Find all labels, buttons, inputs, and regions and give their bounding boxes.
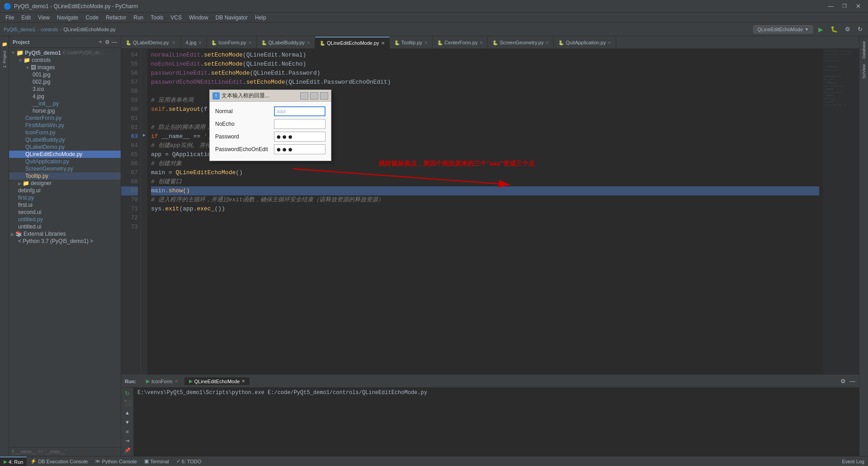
minimize-button[interactable]: — [825,1,837,12]
tree-item-qlineeditechomode[interactable]: QLineEditEchoMode.py [9,151,121,158]
breadcrumb-file[interactable]: QLineEditEchoMode.py [63,27,116,32]
dialog-input-passwordechoon[interactable]: ●●● [274,144,326,154]
menu-refactor[interactable]: Refactor [102,14,130,22]
filter-button[interactable]: ≡ [123,428,132,435]
tab-close-4jpg[interactable]: ✕ [198,40,202,45]
dialog-input-password[interactable]: ●●● [274,132,326,142]
tree-item-horsejpg[interactable]: horse.jpg [9,107,121,114]
dialog-close-button[interactable]: ✕ [320,92,328,100]
tree-item-001jpg[interactable]: 001.jpg [9,71,121,78]
breadcrumb-root[interactable]: PyQt5_demo1 [4,27,35,32]
bottom-tool-python-console[interactable]: ≫ Python Console [91,456,141,466]
dialog-input-noecho[interactable] [274,119,326,129]
reload-button[interactable]: ↻ [856,25,864,33]
code-editor[interactable]: 54 55 56 57 58 59 60 61 62 63 64 65 66 6… [121,49,859,375]
event-log-button[interactable]: Event Log [838,456,868,466]
menu-dbnavigator[interactable]: DB Navigator [212,14,251,22]
tree-item-centerform[interactable]: CenterForm.py [9,114,121,122]
rerun-button[interactable]: ↻ [123,390,132,397]
tree-item-quitapplication[interactable]: QuitApplication.py [9,158,121,165]
menu-vcs[interactable]: VCS [167,14,185,22]
menu-view[interactable]: View [34,14,53,22]
tree-item-4jpg[interactable]: 4.jpg [9,93,121,100]
run-config-selector[interactable]: QLineEditEchoMode ▼ [753,25,813,33]
tab-close-centerform[interactable]: ✕ [479,40,483,45]
run-minimize-icon[interactable]: — [849,378,855,385]
menu-run[interactable]: Run [130,14,147,22]
minimize-panel-icon[interactable]: — [112,39,117,45]
tab-close-qlabeldemo[interactable]: ✕ [171,40,176,46]
tab-close-qlabelbuddy[interactable]: ✕ [307,40,310,45]
tree-item-secondui[interactable]: second.ui [9,209,121,216]
tree-item-tooltip[interactable]: Tooltip.py [9,172,121,180]
tree-item-debnfgui[interactable]: debnfg.ui [9,187,121,194]
tab-close-qlineeditechomode[interactable]: ✕ [381,41,385,46]
tree-item-python37[interactable]: < Python 3.7 (PyQt5_demo1) > [9,238,121,245]
tree-item-controls[interactable]: ▼ 📁 controls [9,57,121,64]
bottom-tool-run[interactable]: ▶ 4: Run [0,456,27,466]
menu-window[interactable]: Window [185,14,212,22]
tab-iconform[interactable]: 🐍 IconForm.py ✕ [207,37,256,48]
tab-qlabeldemo[interactable]: 🐍 QLabelDemo.py ✕ [121,37,181,48]
close-button[interactable]: ✕ [852,1,864,12]
tab-screengeometry[interactable]: 🐍 ScreenGeometry.py ✕ [488,37,554,48]
dialog-minimize-button[interactable]: — [300,92,308,100]
run-tab-qlineeditechomode[interactable]: ▶ QLineEditEchoMode ✕ [184,377,250,385]
tree-item-firstui[interactable]: first.ui [9,201,121,209]
tab-close-tooltip[interactable]: ✕ [424,40,428,45]
run-tab-close-qlineeditechomode[interactable]: ✕ [241,379,245,384]
tree-item-untitledui[interactable]: untitled.ui [9,223,121,230]
tab-qlineeditechomode[interactable]: 🐍 QLineEditEchoMode.py ✕ [315,37,390,48]
tab-centerform[interactable]: 🐍 CenterForm.py ✕ [433,37,488,48]
tab-4jpg[interactable]: 4.jpg ✕ [181,37,207,48]
stop-button[interactable]: ⬛ [123,399,132,407]
bottom-tool-todo[interactable]: ✓ 6: TODO [173,456,205,466]
tree-item-screengeometry[interactable]: ScreenGeometry.py [9,165,121,172]
pin-button[interactable]: 📌 [123,447,132,454]
tree-item-qlabelbuddy[interactable]: QLabelBuddy.py [9,136,121,143]
tab-qlabelbuddy[interactable]: 🐍 QLabelBuddy.py ✕ [257,37,316,48]
minimap[interactable]: normalLineEdit.setEchoMode... noEchoLine… [823,49,859,375]
tab-tooltip[interactable]: 🐍 Tooltip.py ✕ [390,37,433,48]
add-icon[interactable]: ＋ [98,38,103,46]
menu-edit[interactable]: Edit [18,14,34,22]
tab-quitapplication[interactable]: 🐍 QuitApplication.py ✕ [554,37,616,48]
tree-item-firstpy[interactable]: first.py [9,194,121,201]
tab-close-screengeometry[interactable]: ✕ [545,40,549,45]
project-tab-icon[interactable]: 📁 [0,40,9,48]
bottom-tool-terminal[interactable]: ▣ Terminal [141,456,173,466]
bottom-tool-db-console[interactable]: ⚡ DB Execution Console [27,456,91,466]
structure-tab-icon[interactable]: 1: Project [1,50,8,69]
tree-item-designer[interactable]: ▶ 📁 designer [9,180,121,187]
run-button[interactable]: ▶ [816,25,825,34]
sciview-tab[interactable]: SciView [860,62,868,81]
run-tab-iconform[interactable]: ▶ IconForm ✕ [142,377,182,385]
tree-item-3ico[interactable]: 3.ico [9,86,121,93]
tree-item-002jpg[interactable]: 002.jpg [9,78,121,86]
echo-mode-dialog[interactable]: T 文本输入框的回显... — □ ✕ Normal aaa [209,90,331,161]
menu-file[interactable]: File [2,14,18,22]
scroll-down-button[interactable]: ▼ [123,418,132,426]
tree-item-images[interactable]: ▼ 🖼 images [9,64,121,71]
menu-tools[interactable]: Tools [147,14,167,22]
dialog-input-normal[interactable]: aaa [274,106,326,116]
settings-button[interactable]: ⚙ [843,25,852,33]
scroll-up-button[interactable]: ▲ [123,409,132,416]
wrap-button[interactable]: ⇥ [123,437,132,445]
tree-item-init[interactable]: __init__.py [9,100,121,107]
database-tab[interactable]: Database [860,38,868,62]
menu-code[interactable]: Code [82,14,102,22]
maximize-button[interactable]: ❐ [838,1,851,12]
tab-close-iconform[interactable]: ✕ [248,40,252,45]
run-tab-close-iconform[interactable]: ✕ [175,379,178,384]
debug-button[interactable]: 🐛 [829,25,840,33]
settings-icon[interactable]: ⚙ [105,39,110,45]
tree-item-qlabeldemo[interactable]: QLabelDemo.py [9,143,121,151]
tree-item-untitledpy[interactable]: untitled.py [9,216,121,223]
tree-item-root[interactable]: ▼ 📁 PyQt5_demo1 E:\code\PyQt5_de... [9,49,121,57]
tab-close-quitapplication[interactable]: ✕ [608,40,611,45]
menu-navigate[interactable]: Navigate [53,14,82,22]
breadcrumb-folder[interactable]: controls [41,27,58,32]
tree-item-external-libraries[interactable]: ▶ 📚 External Libraries [9,230,121,238]
dialog-maximize-button[interactable]: □ [310,92,318,100]
